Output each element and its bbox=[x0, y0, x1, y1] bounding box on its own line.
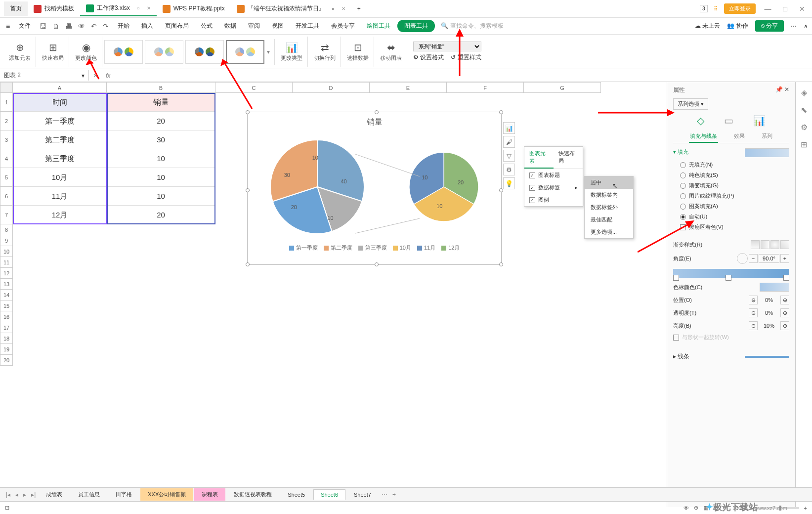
tab-close-icon[interactable]: ✕ bbox=[342, 6, 345, 11]
fill-gradient[interactable]: 渐变填充(G) bbox=[673, 180, 789, 191]
save-as-icon[interactable]: 🗎 bbox=[50, 22, 61, 30]
cloud-status[interactable]: ☁ 未上云 bbox=[695, 22, 720, 30]
row-header[interactable]: 13 bbox=[0, 279, 13, 290]
fill-none[interactable]: 无填充(N) bbox=[673, 160, 789, 170]
cell[interactable]: 销量 bbox=[107, 93, 215, 112]
row-header[interactable]: 17 bbox=[0, 322, 13, 333]
menu-chart-tools[interactable]: 图表工具 bbox=[397, 20, 435, 32]
row-header[interactable]: 2 bbox=[0, 112, 13, 130]
chart-filter-button[interactable]: ▽ bbox=[503, 150, 515, 162]
cell[interactable]: 10 bbox=[107, 149, 215, 168]
angle-input[interactable]: 90.0° bbox=[759, 254, 779, 263]
decrement-button[interactable]: − bbox=[749, 254, 758, 263]
login-button[interactable]: 立即登录 bbox=[724, 3, 756, 14]
popup-tab-elements[interactable]: 图表元素 bbox=[524, 147, 554, 169]
chart-preset-1[interactable] bbox=[104, 40, 143, 64]
preview-icon[interactable]: 👁 bbox=[76, 22, 87, 30]
cell[interactable]: 第三季度 bbox=[13, 149, 107, 168]
row-header[interactable]: 14 bbox=[0, 290, 13, 300]
decrement-button[interactable]: ⊖ bbox=[749, 321, 758, 330]
tab-ppt1[interactable]: WPS PPT教程.pptx bbox=[157, 1, 231, 16]
brightness-value[interactable]: 10% bbox=[759, 322, 779, 330]
chart-elements-button[interactable]: 📊 bbox=[503, 122, 515, 134]
save-icon[interactable]: 🖫 bbox=[38, 22, 48, 30]
row-header[interactable]: 9 bbox=[0, 235, 13, 246]
select-all-corner[interactable] bbox=[0, 82, 13, 93]
row-header[interactable]: 16 bbox=[0, 311, 13, 322]
chart-preset-3[interactable] bbox=[185, 40, 224, 64]
checkbox-icon[interactable]: ✓ bbox=[529, 185, 535, 191]
ribbon-move-chart[interactable]: ⬌移动图表 bbox=[375, 37, 407, 67]
fill-color-swatch[interactable] bbox=[745, 148, 789, 157]
collab-button[interactable]: 👥 协作 bbox=[727, 22, 748, 30]
row-header[interactable]: 11 bbox=[0, 257, 13, 268]
chart-preset-4[interactable] bbox=[226, 40, 264, 64]
menu-layout[interactable]: 页面布局 bbox=[160, 20, 194, 32]
col-header-g[interactable]: G bbox=[524, 82, 601, 93]
grad-preset[interactable] bbox=[761, 240, 769, 249]
row-header[interactable]: 12 bbox=[0, 268, 13, 279]
resize-handle[interactable] bbox=[499, 262, 503, 266]
menu-view[interactable]: 视图 bbox=[267, 20, 289, 32]
chart-settings-button[interactable]: ⚙ bbox=[503, 164, 515, 175]
row-header[interactable]: 8 bbox=[0, 224, 13, 235]
ribbon-change-type[interactable]: 📊更改类型 bbox=[276, 37, 308, 67]
undo-icon[interactable]: ↶ bbox=[89, 22, 99, 30]
tab-save-icon[interactable]: ○ bbox=[137, 5, 140, 11]
cell[interactable]: 30 bbox=[107, 130, 215, 149]
increment-button[interactable]: ⊕ bbox=[780, 296, 789, 304]
sector-color-check[interactable]: ✓按扇区着色(V) bbox=[673, 222, 789, 232]
resize-handle[interactable] bbox=[499, 110, 503, 114]
checkbox-icon[interactable] bbox=[673, 335, 679, 341]
main-pie[interactable]: 40 10 20 30 10 bbox=[270, 140, 364, 234]
side-icon-4[interactable]: ⊞ bbox=[801, 140, 807, 149]
cancel-icon[interactable]: ✕ bbox=[89, 72, 102, 79]
redo-icon[interactable]: ↷ bbox=[101, 22, 111, 30]
ribbon-change-color[interactable]: ◉更改颜色 bbox=[70, 37, 102, 67]
gradient-editor[interactable] bbox=[673, 269, 789, 278]
col-header-a[interactable]: A bbox=[13, 82, 107, 93]
fx-icon[interactable]: fx bbox=[102, 72, 114, 79]
sheet-nav-first[interactable]: |◂ bbox=[4, 491, 12, 498]
sheet-tab[interactable]: 课程表 bbox=[194, 488, 225, 501]
grad-preset[interactable] bbox=[751, 240, 760, 249]
menu-start[interactable]: 开始 bbox=[113, 20, 134, 32]
side-settings-icon[interactable]: ⚙ bbox=[801, 123, 808, 132]
maximize-button[interactable]: □ bbox=[780, 5, 790, 13]
sheet-tab[interactable]: 田字格 bbox=[108, 488, 139, 501]
new-tab-button[interactable]: + bbox=[351, 2, 367, 15]
sheet-nav-last[interactable]: ▸| bbox=[29, 491, 38, 498]
chart-ideas-button[interactable]: 💡 bbox=[503, 177, 515, 189]
cell[interactable]: 第二季度 bbox=[13, 130, 107, 149]
cell[interactable]: 11月 bbox=[13, 187, 107, 206]
status-icon[interactable]: ⊡ bbox=[5, 505, 9, 511]
line-section-title[interactable]: ▸ 线条 bbox=[673, 352, 689, 361]
gradient-stop[interactable] bbox=[783, 275, 789, 281]
fill-section-title[interactable]: ▾ 填充 bbox=[673, 148, 789, 156]
col-header-b[interactable]: B bbox=[107, 82, 215, 93]
chart-style-button[interactable]: 🖌 bbox=[503, 136, 515, 148]
new-sheet-button[interactable]: + bbox=[390, 491, 398, 498]
row-header[interactable]: 18 bbox=[0, 333, 13, 344]
grad-preset[interactable] bbox=[780, 240, 789, 249]
increment-button[interactable]: ⊕ bbox=[780, 321, 789, 330]
popup-item-labels[interactable]: ✓数据标签▸ bbox=[524, 181, 583, 194]
checkbox-icon[interactable]: ✓ bbox=[529, 172, 535, 178]
tab-workbook[interactable]: 工作簿3.xlsx○✕ bbox=[80, 1, 157, 16]
chart[interactable]: 销量 40 10 20 30 10 bbox=[247, 112, 502, 265]
menu-insert[interactable]: 插入 bbox=[136, 20, 158, 32]
submenu-bestfit[interactable]: 最佳匹配 bbox=[585, 214, 633, 226]
sheet-tab[interactable]: 员工信息 bbox=[71, 488, 107, 501]
grad-preset[interactable] bbox=[770, 240, 779, 249]
subtab-fill[interactable]: 填充与线条 bbox=[689, 130, 718, 143]
cell[interactable]: 12月 bbox=[13, 206, 107, 224]
cell[interactable]: 20 bbox=[107, 206, 215, 224]
sheet-nav-next[interactable]: ▸ bbox=[21, 491, 28, 498]
close-panel-icon[interactable]: ✕ bbox=[784, 86, 789, 93]
cell[interactable]: 时间 bbox=[13, 93, 107, 112]
subtab-effect[interactable]: 效果 bbox=[733, 130, 746, 143]
view-icon[interactable]: ⊕ bbox=[694, 505, 698, 511]
fill-tab-icon[interactable]: ◇ bbox=[697, 115, 704, 127]
sheet-tab[interactable]: Sheet7 bbox=[346, 489, 379, 500]
sub-pie[interactable]: 20 10 10 bbox=[409, 152, 478, 221]
